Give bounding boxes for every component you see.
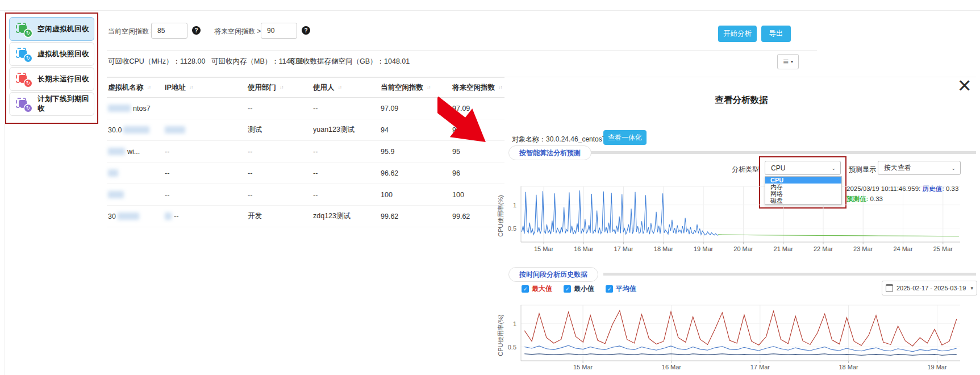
dropdown-option[interactable]: 内存 <box>765 184 841 190</box>
dropdown-option[interactable]: CPU <box>765 177 841 184</box>
table-cell <box>108 184 126 205</box>
table-row[interactable]: 30.0测试yuan123测试9492 <box>107 119 504 141</box>
legend-checkbox-avg[interactable]: ✓ 平均值 <box>606 284 636 294</box>
dropdown-option[interactable]: 磁盘 <box>765 197 841 204</box>
sidebar-item-label: 虚拟机快照回收 <box>37 49 89 59</box>
svg-text:1: 1 <box>513 320 516 327</box>
cell-text: 97.09 <box>452 105 470 113</box>
table-cell: 96.62 <box>381 163 398 184</box>
sort-icon[interactable]: ↓↑ <box>498 85 502 90</box>
redacted-text <box>108 148 125 155</box>
cell-text: -- <box>248 191 252 199</box>
section-history-tab[interactable]: 按时间段分析历史数据 <box>508 267 598 282</box>
future-idle-input[interactable] <box>261 23 297 39</box>
cell-text: 95 <box>452 148 460 156</box>
prediction-chart: 0.5115 Mar16 Mar17 Mar18 Mar19 Mar20 Mar… <box>486 181 979 261</box>
calendar-icon <box>886 284 893 292</box>
sort-icon[interactable]: ↓↑ <box>147 85 151 90</box>
table-cell: -- <box>165 141 169 162</box>
column-header-label: 使用部门 <box>248 83 276 93</box>
start-analysis-button[interactable]: 开始分析 <box>718 26 757 42</box>
legend-checkbox-min[interactable]: ✓ 最小值 <box>564 284 594 294</box>
column-header[interactable]: 将来空闲指数↓↑ <box>452 78 502 97</box>
column-header[interactable]: 使用部门↓↑ <box>248 78 283 97</box>
column-header[interactable]: 虚拟机名称↓↑ <box>108 78 151 97</box>
cell-text: -- <box>165 169 169 177</box>
table-row[interactable]: wi...------95.995 <box>107 141 504 163</box>
sidebar-item-label: 长期未运行回收 <box>37 74 89 84</box>
sort-icon[interactable]: ↓↑ <box>189 85 193 90</box>
table-cell: zdq123测试 <box>313 206 351 227</box>
help-icon[interactable]: ? <box>192 26 201 35</box>
table-cell: -- <box>248 98 252 119</box>
panel-title: 查看分析数据 <box>506 94 977 106</box>
analysis-type-select[interactable]: CPU ⌄ <box>765 161 841 175</box>
table-cell: 99.62 <box>452 206 470 227</box>
cell-text: 100 <box>381 191 393 199</box>
export-button[interactable]: 导出 <box>761 26 791 42</box>
forecast-display-value: 按天查看 <box>884 163 911 173</box>
table-body: ntos7----97.0997.0930.0测试yuan123测试9492wi… <box>107 98 504 227</box>
history-chart: 0.5115 Mar16 Mar17 Mar18 Mar19 Mar <box>486 300 979 375</box>
column-header[interactable]: 当前空闲指数↓↑ <box>381 78 431 97</box>
analysis-type-label: 分析类型 <box>732 165 759 174</box>
cell-text: 开发 <box>248 211 262 221</box>
legend-checkbox-max[interactable]: ✓ 最大值 <box>522 284 552 294</box>
vm-recycle-icon: ↻ <box>16 48 31 61</box>
sort-icon[interactable]: ↓↑ <box>427 85 431 90</box>
cell-text: 95.9 <box>381 148 394 156</box>
dropdown-option[interactable]: 网络 <box>765 190 841 197</box>
table-row[interactable]: 30--开发zdq123测试99.6299.62 <box>107 206 504 227</box>
table-cell: -- <box>313 141 318 162</box>
cell-text: 94 <box>381 126 389 134</box>
help-icon[interactable]: ? <box>302 26 310 35</box>
table-cell: -- <box>313 184 318 205</box>
svg-text:16 Mar: 16 Mar <box>662 364 682 370</box>
svg-text:21 Mar: 21 Mar <box>774 245 794 252</box>
table-row[interactable]: ------96.6296 <box>107 163 504 184</box>
cell-text: 99.62 <box>381 213 398 220</box>
vm-table: 虚拟机名称↓↑IP地址↓↑使用部门↓↑使用人↓↑当前空闲指数↓↑将来空闲指数↓↑… <box>107 77 504 227</box>
view-integration-button[interactable]: 查看一体化 <box>603 130 647 145</box>
column-header-label: 将来空闲指数 <box>452 83 495 93</box>
legend-label: 平均值 <box>616 284 636 294</box>
future-idle-label: 将来空闲指数 > <box>214 27 261 36</box>
redacted-text <box>108 105 131 112</box>
table-row[interactable]: ntos7----97.0997.09 <box>107 98 504 119</box>
table-header-row: 虚拟机名称↓↑IP地址↓↑使用部门↓↑使用人↓↑当前空闲指数↓↑将来空闲指数↓↑ <box>107 77 504 98</box>
cell-text: 测试 <box>248 125 262 135</box>
chevron-down-icon: ▾ <box>791 59 793 64</box>
window-top-border <box>0 10 980 11</box>
sidebar-item[interactable]: ↻ 虚拟机快照回收 <box>9 42 94 66</box>
table-cell: yuan123测试 <box>313 119 355 140</box>
current-idle-input[interactable] <box>151 23 187 39</box>
column-header[interactable]: 使用人↓↑ <box>313 78 341 97</box>
sort-icon[interactable]: ↓↑ <box>338 85 342 90</box>
sort-icon[interactable]: ↓↑ <box>280 85 283 90</box>
svg-text:18 Mar: 18 Mar <box>839 364 858 370</box>
table-cell: 96 <box>452 163 460 184</box>
analysis-type-value: CPU <box>771 164 785 172</box>
chevron-down-icon: ⌄ <box>831 165 836 171</box>
view-toggle-button[interactable]: ≣ ▾ <box>777 54 799 69</box>
table-cell: 99.62 <box>381 206 398 227</box>
section-bar <box>591 151 976 154</box>
table-row[interactable]: ------100100 <box>107 184 504 206</box>
redacted-text <box>108 169 118 177</box>
svg-text:17 Mar: 17 Mar <box>614 245 633 252</box>
close-icon[interactable]: × <box>958 74 971 97</box>
chevron-down-icon: ⌄ <box>951 165 956 171</box>
svg-text:23 Mar: 23 Mar <box>853 245 873 252</box>
vm-recycle-icon: ↻ <box>16 23 31 36</box>
date-range-picker[interactable]: 2025-02-17 - 2025-03-19 ▾ <box>882 281 977 295</box>
svg-text:0.5: 0.5 <box>508 344 516 351</box>
column-header[interactable]: IP地址↓↑ <box>165 78 193 97</box>
table-cell: 开发 <box>248 206 262 227</box>
sidebar-item[interactable]: ↻ 长期未运行回收 <box>9 67 94 91</box>
sidebar-item[interactable]: ↻ 计划下线到期回收 <box>9 92 94 116</box>
table-cell: -- <box>248 163 252 184</box>
table-cell: wi... <box>108 141 140 162</box>
sidebar-item[interactable]: ↻ 空闲虚拟机回收 <box>9 17 94 41</box>
section-prediction-tab[interactable]: 按智能算法分析预测 <box>508 145 591 160</box>
forecast-display-select[interactable]: 按天查看 ⌄ <box>878 161 961 175</box>
